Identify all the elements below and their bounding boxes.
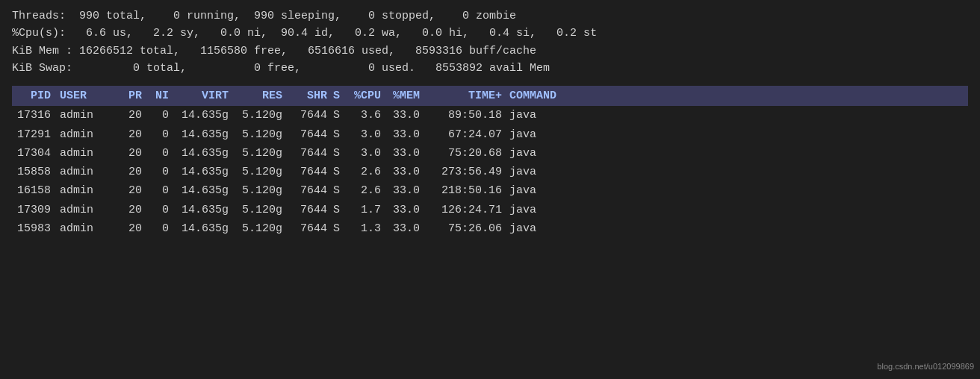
cell-user: admin <box>57 163 117 181</box>
cell-pr: 20 <box>117 220 146 237</box>
cell-pid: 15983 <box>12 220 57 237</box>
cell-user: admin <box>57 182 117 199</box>
cell-user: admin <box>57 145 117 162</box>
cell-pid: 16158 <box>12 182 57 199</box>
cell-pr: 20 <box>117 201 146 219</box>
cell-virt: 14.635g <box>173 182 233 199</box>
cell-s: S <box>332 145 347 162</box>
table-row: 15983 admin 20 0 14.635g 5.120g 7644 S 1… <box>12 219 968 238</box>
cell-user: admin <box>57 220 117 237</box>
header-user: USER <box>57 87 117 104</box>
table-row: 17291 admin 20 0 14.635g 5.120g 7644 S 3… <box>12 125 968 144</box>
summary-line-3: KiB Mem : 16266512 total, 1156580 free, … <box>12 43 968 60</box>
cell-virt: 14.635g <box>173 201 233 219</box>
cell-cpu: 1.3 <box>347 220 385 237</box>
terminal: Threads: 990 total, 0 running, 990 sleep… <box>12 7 968 238</box>
table-row: 15858 admin 20 0 14.635g 5.120g 7644 S 2… <box>12 163 968 181</box>
cell-time: 126:24.71 <box>424 201 506 219</box>
cell-cpu: 3.0 <box>347 145 385 162</box>
cell-res: 5.120g <box>233 182 287 199</box>
cell-res: 5.120g <box>233 107 287 124</box>
cell-res: 5.120g <box>233 126 287 143</box>
cell-mem: 33.0 <box>385 220 424 237</box>
cell-cpu: 2.6 <box>347 163 385 181</box>
table-row: 17304 admin 20 0 14.635g 5.120g 7644 S 3… <box>12 144 968 163</box>
header-res: RES <box>233 87 287 104</box>
cell-virt: 14.635g <box>173 163 233 181</box>
cell-time: 273:56.49 <box>424 163 506 181</box>
watermark: blog.csdn.net/u012099869 <box>877 360 974 373</box>
cell-user: admin <box>57 201 117 219</box>
cell-cmd: java <box>506 182 566 199</box>
header-pr: PR <box>117 87 146 104</box>
cell-mem: 33.0 <box>385 163 424 181</box>
table-row: 16158 admin 20 0 14.635g 5.120g 7644 S 2… <box>12 181 968 200</box>
cell-s: S <box>332 107 347 124</box>
table-row: 17309 admin 20 0 14.635g 5.120g 7644 S 1… <box>12 201 968 219</box>
cell-s: S <box>332 220 347 237</box>
header-time: TIME+ <box>424 87 506 104</box>
cell-ni: 0 <box>146 126 173 143</box>
cell-pid: 17291 <box>12 126 57 143</box>
cell-time: 75:26.06 <box>424 220 506 237</box>
cell-res: 5.120g <box>233 220 287 237</box>
cell-s: S <box>332 163 347 181</box>
cell-shr: 7644 <box>287 220 332 237</box>
summary-section: Threads: 990 total, 0 running, 990 sleep… <box>12 7 968 77</box>
cell-ni: 0 <box>146 163 173 181</box>
cell-res: 5.120g <box>233 145 287 162</box>
process-table: PID USER PR NI VIRT RES SHR S %CPU %MEM … <box>12 86 968 238</box>
cell-pid: 17304 <box>12 145 57 162</box>
cell-s: S <box>332 201 347 219</box>
header-cmd: COMMAND <box>506 87 566 104</box>
cell-s: S <box>332 126 347 143</box>
cell-s: S <box>332 182 347 199</box>
cell-ni: 0 <box>146 220 173 237</box>
cell-virt: 14.635g <box>173 145 233 162</box>
cell-mem: 33.0 <box>385 126 424 143</box>
header-ni: NI <box>146 87 173 104</box>
summary-line-1: Threads: 990 total, 0 running, 990 sleep… <box>12 7 968 25</box>
cell-time: 67:24.07 <box>424 126 506 143</box>
cell-mem: 33.0 <box>385 201 424 219</box>
cell-virt: 14.635g <box>173 126 233 143</box>
cell-time: 89:50.18 <box>424 107 506 124</box>
cell-user: admin <box>57 107 117 124</box>
header-shr: SHR <box>287 87 332 104</box>
cell-cmd: java <box>506 107 566 124</box>
cell-cpu: 3.6 <box>347 107 385 124</box>
header-cpu: %CPU <box>347 87 385 104</box>
cell-time: 218:50.16 <box>424 182 506 199</box>
cell-cpu: 1.7 <box>347 201 385 219</box>
cell-ni: 0 <box>146 107 173 124</box>
cell-ni: 0 <box>146 182 173 199</box>
cell-ni: 0 <box>146 145 173 162</box>
cell-shr: 7644 <box>287 107 332 124</box>
cell-cmd: java <box>506 220 566 237</box>
cell-pr: 20 <box>117 107 146 124</box>
cell-res: 5.120g <box>233 163 287 181</box>
header-virt: VIRT <box>173 87 233 104</box>
cell-pid: 17309 <box>12 201 57 219</box>
cell-time: 75:20.68 <box>424 145 506 162</box>
cell-pid: 15858 <box>12 163 57 181</box>
header-mem: %MEM <box>385 87 424 104</box>
table-header-row: PID USER PR NI VIRT RES SHR S %CPU %MEM … <box>12 86 968 106</box>
cell-pr: 20 <box>117 145 146 162</box>
cell-shr: 7644 <box>287 126 332 143</box>
cell-shr: 7644 <box>287 163 332 181</box>
table-body: 17316 admin 20 0 14.635g 5.120g 7644 S 3… <box>12 106 968 238</box>
cell-cmd: java <box>506 145 566 162</box>
cell-cmd: java <box>506 201 566 219</box>
table-row: 17316 admin 20 0 14.635g 5.120g 7644 S 3… <box>12 106 968 125</box>
cell-pr: 20 <box>117 163 146 181</box>
cell-pr: 20 <box>117 182 146 199</box>
cell-user: admin <box>57 126 117 143</box>
cell-virt: 14.635g <box>173 220 233 237</box>
summary-line-4: KiB Swap: 0 total, 0 free, 0 used. 85538… <box>12 60 968 77</box>
cell-virt: 14.635g <box>173 107 233 124</box>
header-s: S <box>332 87 347 104</box>
cell-cmd: java <box>506 163 566 181</box>
cell-cpu: 3.0 <box>347 126 385 143</box>
cell-shr: 7644 <box>287 145 332 162</box>
